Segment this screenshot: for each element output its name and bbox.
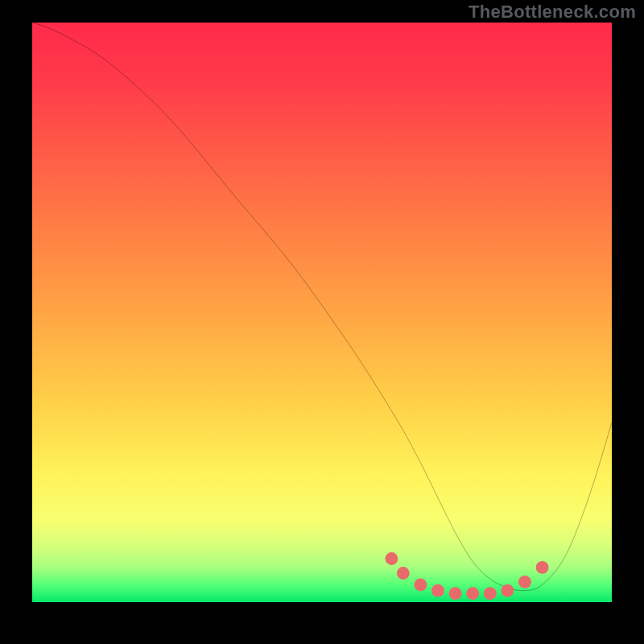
curve-layer <box>32 23 612 602</box>
marker-dot <box>449 587 462 600</box>
marker-dot <box>536 561 549 574</box>
marker-dots <box>385 552 548 600</box>
marker-dot <box>414 578 427 591</box>
marker-dot <box>466 587 479 600</box>
marker-dot <box>385 552 398 565</box>
marker-dot <box>484 587 497 600</box>
marker-dot <box>397 567 410 580</box>
plot-area <box>32 23 612 602</box>
marker-dot <box>431 584 444 597</box>
watermark-text: TheBottleneck.com <box>469 2 636 23</box>
chart-frame: TheBottleneck.com <box>0 0 644 644</box>
marker-dot <box>501 584 514 597</box>
bottleneck-curve <box>32 23 612 591</box>
marker-dot <box>518 576 531 588</box>
